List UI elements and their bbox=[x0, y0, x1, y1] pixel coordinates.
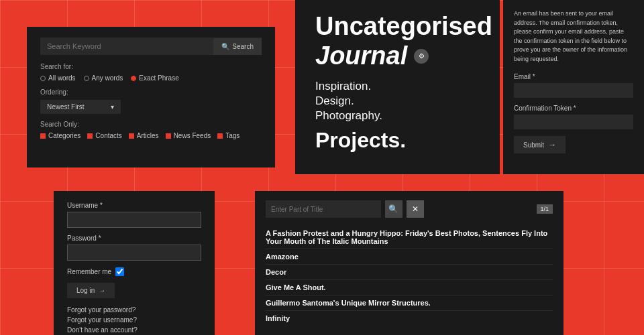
login-button[interactable]: Log in → bbox=[67, 283, 115, 298]
remember-label: Remember me bbox=[67, 268, 111, 275]
password-label: Password * bbox=[67, 234, 201, 242]
search-for-label: Search for: bbox=[40, 63, 262, 70]
page-badge: 1/1 bbox=[537, 204, 553, 214]
checkbox-icon-news-feeds bbox=[166, 133, 171, 139]
checkbox-articles[interactable]: Articles bbox=[129, 132, 159, 139]
article-item[interactable]: Infinity bbox=[266, 311, 553, 326]
arrow-icon: → bbox=[99, 287, 105, 294]
checkbox-icon-contacts bbox=[87, 133, 93, 139]
journal-item-design: Design. bbox=[315, 94, 480, 108]
journal-row: Journal ⚙ bbox=[315, 42, 480, 70]
radio-exact-phrase[interactable]: Exact Phrase bbox=[131, 74, 178, 82]
username-input[interactable] bbox=[67, 212, 201, 228]
checkbox-tags[interactable]: Tags bbox=[217, 132, 239, 139]
search-icon: 🔍 bbox=[388, 204, 398, 214]
radio-group: All words Any words Exact Phrase bbox=[40, 74, 262, 82]
search-bar[interactable]: 🔍 Search bbox=[40, 38, 262, 55]
remember-checkbox[interactable] bbox=[115, 267, 124, 276]
article-item[interactable]: Decor bbox=[266, 265, 553, 280]
submit-button[interactable]: Submit → bbox=[514, 136, 566, 153]
remember-row: Remember me bbox=[67, 267, 201, 276]
radio-dot-all bbox=[40, 76, 46, 81]
forgot-password-link[interactable]: Forgot your password? bbox=[67, 306, 201, 314]
email-input[interactable] bbox=[514, 83, 633, 98]
checkbox-icon-tags bbox=[217, 133, 223, 139]
checkbox-group: Categories Contacts Articles News Feeds … bbox=[40, 132, 262, 139]
article-item[interactable]: Give Me A Shout. bbox=[266, 280, 553, 295]
email-panel: An email has been sent to your email add… bbox=[503, 0, 644, 174]
journal-item-photography: Photography. bbox=[315, 109, 480, 123]
password-input[interactable] bbox=[67, 245, 201, 261]
checkbox-news-feeds[interactable]: News Feeds bbox=[166, 132, 211, 139]
journal-item-inspiration: Inspiration. bbox=[315, 80, 480, 93]
journal-title: Journal bbox=[315, 42, 407, 70]
email-description: An email has been sent to your email add… bbox=[514, 9, 633, 64]
token-input[interactable] bbox=[514, 115, 633, 129]
search-panel: 🔍 Search Search for: All words Any words… bbox=[27, 27, 275, 168]
article-search-input[interactable] bbox=[266, 200, 381, 218]
ordering-select[interactable]: Newest First ▾ bbox=[40, 100, 121, 114]
article-list: A Fashion Protest and a Hungry Hippo: Fr… bbox=[266, 226, 553, 326]
search-only-section: Search Only: Categories Contacts Article… bbox=[40, 121, 262, 139]
journal-panel: Uncategorised Journal ⚙ Inspiration. Des… bbox=[295, 0, 500, 174]
login-links: Forgot your password? Forgot your userna… bbox=[67, 306, 201, 334]
articles-panel: 🔍 ✕ 1/1 A Fashion Protest and a Hungry H… bbox=[255, 191, 564, 335]
chevron-down-icon: ▾ bbox=[111, 103, 114, 111]
article-item[interactable]: Amazone bbox=[266, 249, 553, 265]
no-account-link[interactable]: Don't have an account? bbox=[67, 326, 201, 334]
search-icon: 🔍 bbox=[221, 43, 229, 50]
article-item[interactable]: Guillermo Santoma's Unique Mirror Struct… bbox=[266, 295, 553, 311]
article-search-row: 🔍 ✕ 1/1 bbox=[266, 200, 553, 218]
ordering-label: Ordering: bbox=[40, 88, 262, 96]
checkbox-icon-categories bbox=[40, 133, 46, 139]
radio-dot-any bbox=[84, 76, 89, 81]
journal-badge[interactable]: ⚙ bbox=[414, 49, 429, 64]
token-label: Confirmation Token * bbox=[514, 105, 633, 112]
journal-list: Inspiration. Design. Photography. Projec… bbox=[315, 80, 480, 153]
search-input[interactable] bbox=[40, 38, 213, 55]
uncategorised-heading: Uncategorised bbox=[315, 13, 480, 39]
email-label: Email * bbox=[514, 73, 633, 80]
search-only-label: Search Only: bbox=[40, 121, 262, 128]
radio-any-words[interactable]: Any words bbox=[84, 74, 123, 82]
submit-label: Submit bbox=[523, 141, 544, 149]
ordering-value: Newest First bbox=[47, 103, 85, 111]
clear-icon: ✕ bbox=[412, 204, 419, 214]
arrow-icon: → bbox=[548, 140, 556, 149]
search-button-label: Search bbox=[232, 43, 254, 50]
forgot-username-link[interactable]: Forgot your username? bbox=[67, 316, 201, 324]
ordering-section: Ordering: Newest First ▾ bbox=[40, 88, 262, 114]
journal-item-projects: Projects. bbox=[315, 128, 480, 153]
article-search-button[interactable]: 🔍 bbox=[385, 200, 402, 218]
radio-dot-exact bbox=[131, 76, 136, 81]
search-button[interactable]: 🔍 Search bbox=[213, 38, 262, 55]
login-panel: Username * Password * Remember me Log in… bbox=[54, 191, 215, 335]
article-clear-button[interactable]: ✕ bbox=[407, 200, 424, 218]
checkbox-icon-articles bbox=[129, 133, 134, 139]
article-item[interactable]: A Fashion Protest and a Hungry Hippo: Fr… bbox=[266, 226, 553, 249]
checkbox-categories[interactable]: Categories bbox=[40, 132, 80, 139]
login-button-label: Log in bbox=[76, 287, 95, 294]
radio-all-words[interactable]: All words bbox=[40, 74, 76, 82]
checkbox-contacts[interactable]: Contacts bbox=[87, 132, 121, 139]
username-label: Username * bbox=[67, 202, 201, 209]
